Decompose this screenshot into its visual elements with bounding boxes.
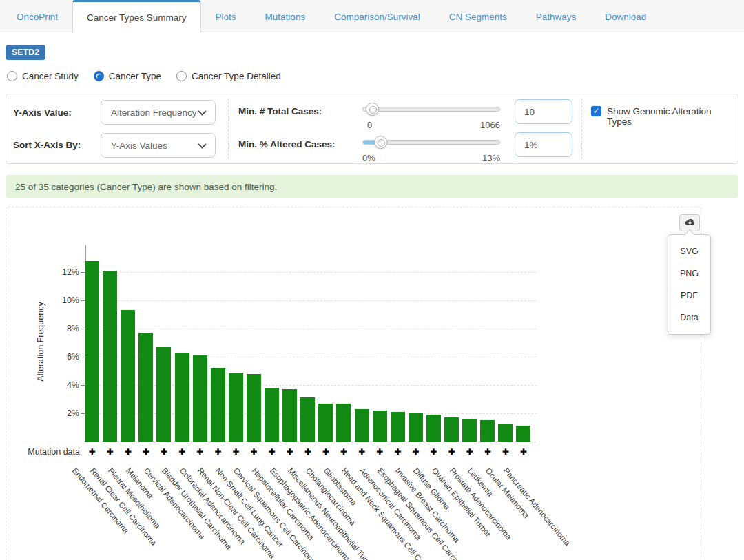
bar-diffuse-glioma[interactable] [426,415,441,442]
download-menu-item-png[interactable]: PNG [668,262,710,284]
mutation-data-plus-icon: ✚ [358,447,365,457]
bar-ocular-melanoma[interactable] [498,424,513,442]
radio-circle-icon [94,71,104,81]
y-tick-label: 10% [50,295,79,305]
radio-cancer-type[interactable]: Cancer Type [94,71,161,81]
tab-oncoprint[interactable]: OncoPrint [2,0,72,32]
mutation-data-plus-icon: ✚ [178,447,185,457]
y-tick-label: 6% [50,352,79,362]
y-tick-label: 4% [50,380,79,390]
y-tick-label: 2% [50,408,79,418]
tab-comparison-survival[interactable]: Comparison/Survival [320,0,435,32]
tab-bar: OncoPrintCancer Types SummaryPlotsMutati… [0,0,744,32]
gene-badge[interactable]: SETD2 [6,45,45,60]
bar-colorectal-adenocarcinoma[interactable] [193,355,207,442]
download-menu-item-data[interactable]: Data [668,307,710,329]
min-altered-cases-min: 0% [362,153,375,163]
bar-renal-non-clear-cell-carcinoma[interactable] [211,368,225,442]
bar-bladder-urothelial-carcinoma[interactable] [175,353,189,442]
bar-cervical-adenocarcinoma[interactable] [156,347,171,442]
mutation-data-plus-icon: ✚ [287,447,293,457]
chart-controls-panel: Y-Axis Value: Alteration Frequency Sort … [6,94,738,164]
min-total-cases-max: 1066 [452,120,500,130]
download-menu-item-pdf[interactable]: PDF [668,284,710,307]
y-axis-value-label: Y-Axis Value: [13,107,72,118]
mutation-data-plus-icon: ✚ [268,447,275,457]
bar-cervical-squamous-cell-carcinoma[interactable] [247,374,261,442]
tab-pathways[interactable]: Pathways [521,0,591,32]
mutation-data-plus-icon: ✚ [304,447,311,457]
mutation-data-plus-icon: ✚ [502,447,509,457]
mutation-data-plus-icon: ✚ [484,447,491,457]
tab-cn-segments[interactable]: CN Segments [435,0,521,32]
x-axis-line [85,442,537,442]
bar-melanoma[interactable] [138,333,153,442]
tab-download[interactable]: Download [590,0,661,32]
bar-hepatocellular-carcinoma[interactable] [265,388,279,442]
bar-invasive-breast-carcinoma[interactable] [409,413,423,442]
min-total-cases-slider-thumb[interactable] [366,103,379,116]
mutation-data-plus-icon: ✚ [143,447,149,457]
tab-cancer-types-summary[interactable]: Cancer Types Summary [72,0,201,32]
bar-endometrial-carcinoma[interactable] [85,261,99,442]
bar-cholangiocarcinoma[interactable] [318,404,333,442]
bar-leukemia[interactable] [480,420,495,442]
bar-esophagogastric-adenocarcinoma[interactable] [282,389,297,442]
bar-glioblastoma[interactable] [336,404,351,442]
bar-pleural-mesothelioma[interactable] [121,310,135,442]
min-altered-cases-input[interactable]: 1% [515,132,572,157]
y-tick-label: 8% [50,324,79,333]
radio-cancer-study[interactable]: Cancer Study [7,71,79,81]
radio-cancer-type-detailed[interactable]: Cancer Type Detailed [176,71,281,81]
radio-label: Cancer Type Detailed [192,71,281,81]
min-total-cases-slider[interactable] [362,107,500,112]
chart-download-menu: SVGPNGPDFData [668,234,711,335]
min-total-cases-input[interactable]: 10 [515,99,572,124]
mutation-data-track-label: Mutation data [10,447,80,457]
chevron-down-icon [198,107,207,118]
mutation-data-plus-icon: ✚ [340,447,347,457]
min-altered-cases-label: Min. % Altered Cases: [238,139,335,149]
mutation-data-plus-icon: ✚ [125,447,132,457]
mutation-data-plus-icon: ✚ [376,447,383,457]
radio-circle-icon [7,71,17,81]
mutation-data-plus-icon: ✚ [520,447,527,457]
mutation-data-plus-icon: ✚ [214,447,221,457]
min-total-cases-label: Min. # Total Cases: [238,106,322,116]
mutation-data-plus-icon: ✚ [394,447,401,457]
mutation-data-plus-icon: ✚ [430,447,437,457]
sort-x-axis-select[interactable]: Y-Axis Values [101,133,216,158]
bar-esophageal-squamous-cell-carcinoma[interactable] [391,412,405,442]
tab-plots[interactable]: Plots [201,0,251,32]
y-axis-value-select[interactable]: Alteration Frequency [101,100,216,125]
mutation-data-plus-icon: ✚ [88,447,95,457]
filter-info-alert: 25 of 35 categories (Cancer Type) are sh… [6,175,738,198]
bar-pancreatic-adenocarcinoma[interactable] [516,426,530,442]
mutation-data-plus-icon: ✚ [161,447,167,457]
mutation-data-plus-icon: ✚ [448,447,455,457]
bar-renal-clear-cell-carcinoma[interactable] [103,271,117,442]
mutation-data-plus-icon: ✚ [250,447,257,457]
bar-ovarian-epithelial-tumor[interactable] [444,417,459,442]
bar-miscellaneous-neuroepithelial-tumor[interactable] [300,397,315,442]
panel-divider [581,98,582,159]
min-altered-cases-slider-thumb[interactable] [374,136,387,149]
show-genomic-alteration-types-checkbox[interactable]: ✓ [591,106,601,116]
group-by-radio-group: Cancer StudyCancer TypeCancer Type Detai… [7,71,281,81]
mutation-data-plus-icon: ✚ [322,447,329,457]
y-axis-title: Alteration Frequency [36,302,45,381]
bar-non-small-cell-lung-cancer[interactable] [229,373,243,442]
y-tick-label: 12% [50,267,79,277]
y-axis-value-selected: Alteration Frequency [111,107,197,118]
gridline [85,329,537,329]
download-menu-item-svg[interactable]: SVG [668,240,710,262]
bar-head-and-neck-squamous-cell-carcinoma[interactable] [355,409,369,442]
bar-adrenocortical-carcinoma[interactable] [373,411,387,442]
min-altered-cases-slider[interactable] [362,140,500,145]
gridline [85,300,537,301]
cancer-types-chart-panel: Alteration Frequency Mutation data SVGPN… [6,207,701,560]
bar-prostate-adenocarcinoma[interactable] [462,419,477,442]
mutation-data-plus-icon: ✚ [466,447,473,457]
mutation-data-plus-icon: ✚ [232,447,239,457]
tab-mutations[interactable]: Mutations [251,0,320,32]
